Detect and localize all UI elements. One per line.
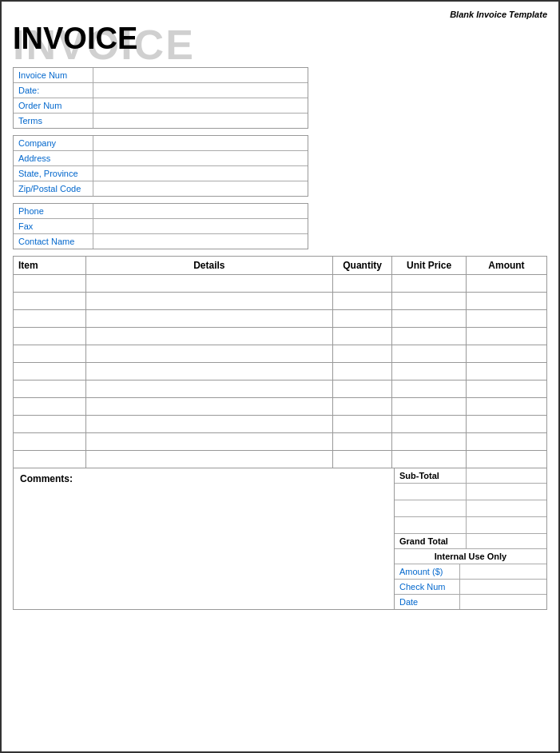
unit-price-cell[interactable] [392,397,467,415]
phone-value[interactable] [93,204,308,218]
details-cell[interactable] [85,292,332,309]
unit-price-cell[interactable] [392,450,467,468]
zip-row: Zip/Postal Code [14,181,308,196]
order-num-value[interactable] [93,98,308,113]
details-cell[interactable] [85,327,332,345]
amount-cell[interactable] [466,397,546,415]
totals-empty-row-1 [395,484,546,500]
details-cell[interactable] [85,309,332,327]
amount-cell[interactable] [466,432,546,450]
state-value[interactable] [93,166,308,181]
phone-row: Phone [14,204,308,219]
company-label: Company [14,136,93,150]
details-cell[interactable] [85,450,332,468]
amount-cell[interactable] [466,327,546,345]
details-cell[interactable] [85,415,332,432]
item-cell[interactable] [14,309,86,327]
company-value[interactable] [93,136,308,150]
amount-cell[interactable] [466,274,546,292]
empty-left-3 [395,517,467,533]
qty-cell[interactable] [332,450,391,468]
date-row: Date: [14,83,308,98]
item-cell[interactable] [14,362,86,380]
unit-price-cell[interactable] [392,309,467,327]
totals-area: Sub-Total Grand Total Internal Use Only … [395,468,546,609]
qty-cell[interactable] [332,362,391,380]
qty-cell[interactable] [332,274,391,292]
address-row: Address [14,151,308,166]
date-label: Date: [14,83,93,98]
amount-cell[interactable] [466,292,546,309]
qty-cell[interactable] [332,380,391,397]
table-row [14,432,547,450]
details-cell[interactable] [85,432,332,450]
qty-cell[interactable] [332,292,391,309]
date-value[interactable] [93,83,308,98]
unit-price-header: Unit Price [392,256,467,274]
address-value[interactable] [93,151,308,165]
unit-price-cell[interactable] [392,432,467,450]
details-cell[interactable] [85,345,332,362]
subtotal-value[interactable] [467,468,546,483]
amount-cell[interactable] [466,362,546,380]
template-title: Blank Invoice Template [13,10,547,19]
table-row [14,309,547,327]
qty-cell[interactable] [332,327,391,345]
item-cell[interactable] [14,327,86,345]
table-row [14,292,547,309]
empty-left-1 [395,484,467,500]
details-cell[interactable] [85,274,332,292]
unit-price-cell[interactable] [392,274,467,292]
details-cell[interactable] [85,397,332,415]
contact-name-value[interactable] [93,234,308,249]
invoice-num-value[interactable] [93,68,308,82]
qty-cell[interactable] [332,345,391,362]
amount-cell[interactable] [466,380,546,397]
grand-total-value[interactable] [467,534,546,548]
empty-right-1[interactable] [467,484,546,500]
qty-cell[interactable] [332,432,391,450]
details-cell[interactable] [85,362,332,380]
check-num-field-value[interactable] [460,580,546,594]
item-cell[interactable] [14,415,86,432]
amount-cell[interactable] [466,345,546,362]
unit-price-cell[interactable] [392,327,467,345]
unit-price-cell[interactable] [392,362,467,380]
subtotal-label: Sub-Total [395,468,467,483]
amount-field-value[interactable] [460,564,546,579]
amount-cell[interactable] [466,415,546,432]
items-table: Item Details Quantity Unit Price Amount [13,256,547,468]
order-num-row: Order Num [14,98,308,114]
unit-price-cell[interactable] [392,380,467,397]
item-cell[interactable] [14,274,86,292]
item-cell[interactable] [14,450,86,468]
amount-cell[interactable] [466,450,546,468]
item-cell[interactable] [14,432,86,450]
qty-cell[interactable] [332,309,391,327]
fax-label: Fax [14,219,93,233]
qty-cell[interactable] [332,397,391,415]
company-info-section: Company Address State, Province Zip/Post… [13,135,308,197]
table-row [14,415,547,432]
item-cell[interactable] [14,380,86,397]
details-cell[interactable] [85,380,332,397]
invoice-info-section: Invoice Num Date: Order Num Terms [13,67,308,129]
table-row [14,327,547,345]
internal-date-field-value[interactable] [460,595,546,609]
item-cell[interactable] [14,397,86,415]
amount-cell[interactable] [466,309,546,327]
qty-cell[interactable] [332,415,391,432]
empty-right-3[interactable] [467,517,546,533]
item-cell[interactable] [14,345,86,362]
item-cell[interactable] [14,292,86,309]
unit-price-cell[interactable] [392,345,467,362]
unit-price-cell[interactable] [392,292,467,309]
state-label: State, Province [14,166,93,181]
fax-value[interactable] [93,219,308,233]
contact-name-label: Contact Name [14,234,93,249]
terms-value[interactable] [93,114,308,128]
table-row [14,397,547,415]
empty-right-2[interactable] [467,500,546,516]
zip-value[interactable] [93,181,308,196]
unit-price-cell[interactable] [392,415,467,432]
